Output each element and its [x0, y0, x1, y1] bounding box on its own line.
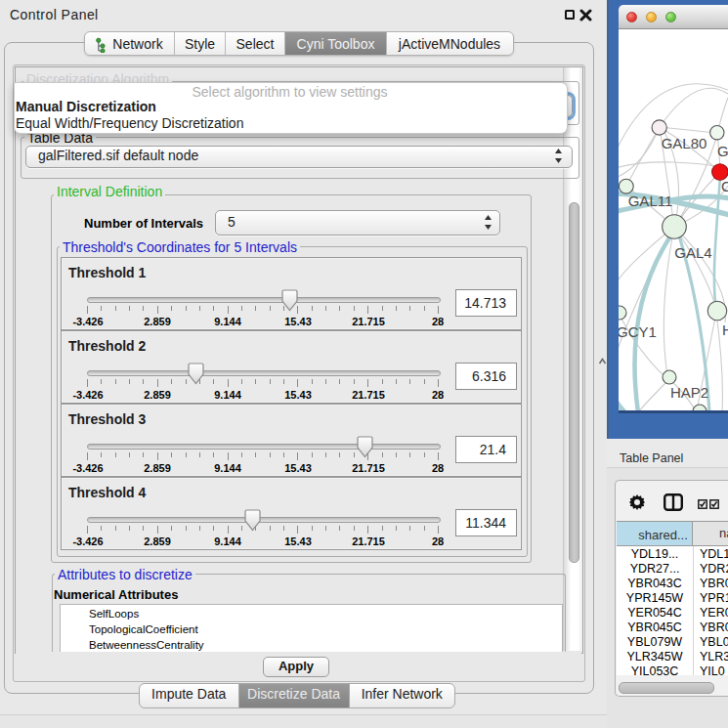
svg-text:H: H — [722, 321, 728, 338]
svg-text:HAP2: HAP2 — [670, 384, 708, 401]
svg-text:GCY1: GCY1 — [619, 323, 657, 340]
svg-text:GAL80: GAL80 — [662, 135, 707, 151]
svg-text:GAL4: GAL4 — [674, 244, 711, 261]
svg-text:GA: GA — [717, 143, 728, 159]
svg-text:C: C — [721, 178, 728, 194]
svg-text:GAL11: GAL11 — [628, 193, 673, 209]
